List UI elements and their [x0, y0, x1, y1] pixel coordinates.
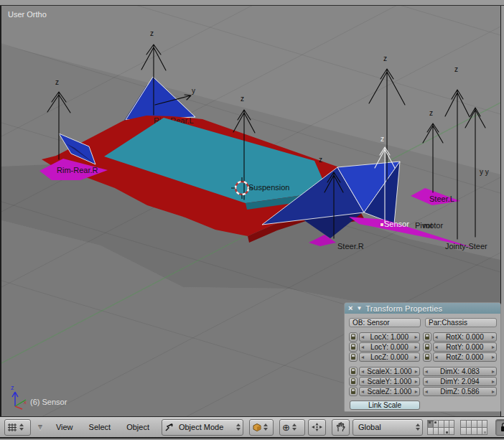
open-lock-icon — [425, 347, 429, 350]
roty-slider[interactable]: ◂ RotY: 0.000 ▸ — [433, 342, 497, 352]
grid-editor-icon — [7, 423, 17, 432]
locz-lock-button[interactable] — [349, 352, 358, 362]
open-lock-icon — [425, 337, 429, 340]
steer-l-label: Steer.L — [429, 195, 454, 203]
svg-text:z: z — [150, 29, 154, 37]
rotx-slider[interactable]: ◂ RotX: 0.000 ▸ — [433, 332, 497, 342]
slider-increment-icon[interactable]: ▸ — [492, 345, 495, 350]
slider-increment-icon[interactable]: ▸ — [415, 334, 418, 340]
slider-increment-icon[interactable]: ▸ — [492, 389, 495, 395]
slider-increment-icon[interactable]: ▸ — [415, 389, 418, 395]
manipulator-toggle-button[interactable] — [308, 419, 326, 436]
menu-object[interactable]: Object — [118, 423, 157, 431]
locy-slider[interactable]: ◂ LocY: 0.000 ▸ — [359, 342, 420, 352]
svg-text:z: z — [55, 78, 59, 86]
parent-field[interactable]: Par:Chassis — [425, 318, 497, 327]
svg-text:z: z — [454, 65, 458, 73]
selected-z-label: z — [381, 135, 384, 143]
draw-type-button[interactable] — [249, 419, 274, 436]
sensor-label: Sensor — [384, 220, 409, 228]
layer-group-1 — [428, 420, 458, 434]
mini-axis-z-label: z — [11, 384, 14, 391]
rotx-lock-button[interactable] — [423, 332, 431, 342]
close-icon[interactable]: × — [348, 304, 353, 312]
scaley-slider[interactable]: ◂ ScaleY: 1.000 ▸ — [359, 377, 420, 386]
rim-rear-r-label: Rim-Rear.R — [57, 166, 98, 174]
ob-name-field[interactable]: OB: Sensor — [349, 318, 421, 327]
collapse-icon[interactable]: ▼ — [356, 306, 362, 312]
scalez-lock-button[interactable] — [349, 387, 358, 396]
layer-group-2 — [461, 420, 491, 434]
editor-type-button[interactable] — [4, 419, 31, 436]
sensor-object-center-dot[interactable] — [381, 223, 383, 226]
jointy-steer-label: Jointy-Steer — [445, 242, 487, 251]
dimz-slider[interactable]: ◂ DimZ: 0.586 ▸ — [423, 387, 497, 396]
svg-text:z: z — [319, 156, 322, 164]
rotz-lock-button[interactable] — [423, 352, 431, 362]
viewport-header-bar: ▼ View Select Object Object Mode ⊕ — [0, 416, 504, 439]
locz-slider[interactable]: ◂ LocZ: 0.000 ▸ — [359, 352, 420, 362]
pivot-stepper[interactable] — [292, 423, 297, 431]
suspension-label: Suspension — [248, 183, 290, 192]
slider-increment-icon[interactable]: ▸ — [415, 379, 418, 385]
motor-label: motor — [423, 221, 443, 230]
orientation-stepper[interactable] — [416, 423, 420, 431]
roty-lock-button[interactable] — [423, 342, 431, 352]
panel-title: Transform Properties — [365, 304, 442, 313]
link-scale-button[interactable]: Link Scale — [350, 401, 420, 410]
hand-icon — [336, 422, 345, 432]
scalez-slider[interactable]: ◂ ScaleZ: 1.000 ▸ — [359, 387, 420, 396]
mode-dropdown[interactable]: Object Mode — [162, 419, 243, 436]
slider-increment-icon[interactable]: ▸ — [492, 379, 495, 385]
manipulator-move-icon — [312, 423, 322, 431]
svg-text:z: z — [383, 55, 387, 62]
locy-lock-button[interactable] — [349, 342, 358, 352]
svg-text:z: z — [241, 95, 244, 103]
open-lock-icon — [351, 347, 355, 350]
transform-panel-header[interactable]: × ▼ Transform Properties — [345, 303, 500, 314]
open-lock-icon — [351, 381, 355, 384]
layer-button-15[interactable] — [449, 427, 454, 435]
slider-increment-icon[interactable]: ▸ — [415, 369, 418, 375]
lock-layers-button[interactable] — [495, 419, 504, 436]
axis-y-label: y — [192, 87, 195, 95]
orientation-dropdown[interactable]: Global — [353, 419, 423, 436]
transform-orientation-hand-button[interactable] — [332, 419, 350, 436]
menu-select[interactable]: Select — [81, 423, 119, 431]
transform-properties-panel: × ▼ Transform Properties OB: Sensor Par:… — [344, 302, 501, 412]
layer-button-20[interactable] — [482, 427, 487, 435]
editor-type-stepper[interactable] — [19, 423, 24, 431]
slider-increment-icon[interactable]: ▸ — [415, 355, 418, 360]
pivot-point-button[interactable]: ⊕ — [279, 419, 305, 436]
viewport-left-border — [0, 6, 1, 416]
open-lock-icon — [351, 357, 355, 360]
rotz-slider[interactable]: ◂ RotZ: 0.000 ▸ — [433, 352, 497, 362]
mini-axis-x-label: x — [24, 399, 27, 406]
slider-increment-icon[interactable]: ▸ — [415, 345, 418, 350]
pivot-center-icon: ⊕ — [282, 422, 290, 433]
solid-draw-icon — [252, 423, 261, 432]
slider-increment-icon[interactable]: ▸ — [492, 334, 495, 340]
window-top-edge — [0, 0, 504, 6]
draw-type-stepper[interactable] — [263, 423, 268, 431]
slider-increment-icon[interactable]: ▸ — [492, 369, 495, 375]
scalex-lock-button[interactable] — [349, 367, 358, 376]
dimx-slider[interactable]: ◂ DimX: 4.083 ▸ — [423, 367, 497, 376]
open-lock-icon — [351, 337, 355, 340]
scaley-lock-button[interactable] — [349, 377, 358, 386]
object-mode-icon — [164, 423, 174, 432]
scalex-slider[interactable]: ◂ ScaleX: 1.000 ▸ — [359, 367, 420, 376]
header-menu-collapse-icon[interactable]: ▼ — [37, 423, 44, 431]
locx-lock-button[interactable] — [349, 332, 358, 342]
status-object-label: (6) Sensor — [30, 398, 67, 406]
svg-text:z: z — [429, 109, 433, 117]
slider-increment-icon[interactable]: ▸ — [492, 355, 495, 360]
dimy-slider[interactable]: ◂ DimY: 2.094 ▸ — [423, 377, 497, 386]
menu-view[interactable]: View — [48, 423, 81, 431]
locx-slider[interactable]: ◂ LocX: 1.000 ▸ — [359, 332, 420, 342]
open-lock-icon — [351, 371, 355, 374]
steer-r-label: Steer.R — [337, 242, 364, 251]
open-lock-icon — [351, 391, 355, 394]
window-right-edge — [501, 6, 504, 416]
mode-stepper[interactable] — [236, 423, 241, 431]
